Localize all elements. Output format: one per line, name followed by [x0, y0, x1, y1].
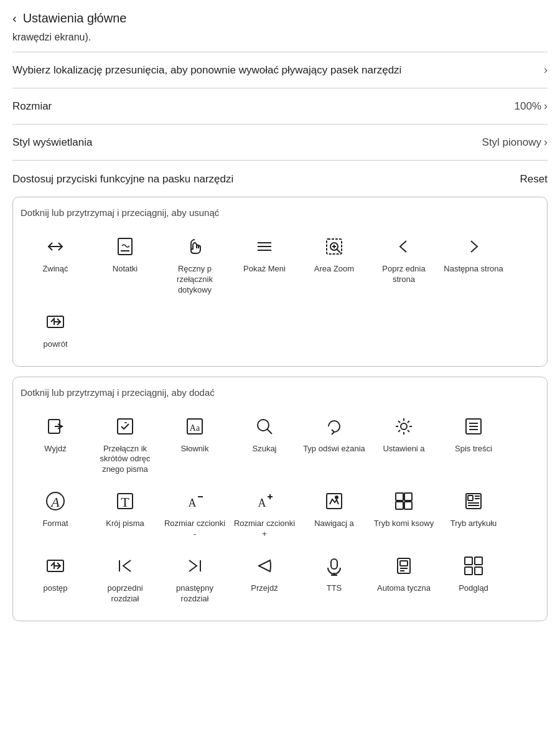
page-title: Ustawienia główne — [23, 11, 127, 26]
przejdz-icon — [251, 552, 278, 580]
spis-tresci-label: Spis treści — [455, 444, 492, 454]
przejdz-icon-item[interactable]: Przejdź — [230, 546, 299, 611]
tryb-komiksowy-icon-item[interactable]: Tryb komi ksowy — [369, 481, 439, 546]
tts-label: TTS — [327, 583, 342, 594]
postep-label: postęp — [43, 583, 67, 594]
poprzednia-icon-item[interactable]: Poprz ednia strona — [369, 227, 439, 302]
rozmiar-value: 100% › — [515, 100, 548, 113]
podglad-icon-item[interactable]: Podgląd — [439, 546, 508, 611]
typ-odswiezania-label: Typ odświ eżania — [303, 444, 365, 454]
page-header: ‹ Ustawienia główne — [0, 0, 560, 32]
zwinac-icon-item[interactable]: Zwinąć — [21, 227, 90, 302]
add-instruction: Dotknij lub przytrzymaj i przeciągnij, a… — [21, 387, 539, 398]
rozmiar-label: Rozmiar — [12, 100, 52, 113]
nastepna-label: Następna strona — [444, 264, 503, 275]
svg-point-20 — [401, 423, 407, 430]
reczny-icon-item[interactable]: Ręczny p rzełącznik dotykowy — [160, 227, 230, 302]
format-icon-item[interactable]: A Format — [21, 481, 90, 546]
pokaz-meni-label: Pokaż Meni — [243, 264, 286, 275]
typ-odswiezania-icon-item[interactable]: Typ odświ eżania — [299, 406, 369, 482]
add-toolbar-box: Dotknij lub przytrzymaj i przeciągnij, a… — [12, 377, 548, 621]
nastepny-rozdzial-icon-item[interactable]: pnastępny rozdział — [160, 546, 230, 611]
chevron-right-icon: › — [544, 63, 548, 77]
automatyczna-icon — [390, 552, 418, 580]
przelacznik-skrotow-icon-item[interactable]: Przełączn ik skrótów odręc znego pisma — [90, 406, 160, 482]
powrot-icon — [42, 308, 69, 336]
remove-toolbar-box: Dotknij lub przytrzymaj i przeciągnij, a… — [12, 197, 548, 367]
format-icon: A — [42, 487, 69, 515]
ustawienia-label: Ustawieni a — [383, 444, 424, 454]
nawigacja-label: Nawigacj a — [314, 519, 354, 529]
sub-header-text: krawędzi ekranu). — [0, 32, 560, 52]
svg-rect-37 — [404, 493, 412, 500]
svg-rect-54 — [400, 561, 408, 566]
szukaj-icon — [251, 413, 278, 440]
svg-rect-36 — [396, 493, 403, 500]
svg-rect-15 — [118, 419, 133, 434]
svg-line-19 — [267, 429, 272, 434]
rozmiar-minus-icon: A — [181, 487, 208, 515]
reset-button[interactable]: Reset — [520, 173, 548, 186]
rozmiar-plus-icon: A — [251, 487, 278, 515]
nastepna-icon-item[interactable]: Następna strona — [439, 227, 508, 302]
zwinac-icon — [42, 233, 69, 260]
customize-title: Dostosuj przyciski funkcyjne na pasku na… — [12, 173, 233, 186]
svg-rect-60 — [475, 567, 482, 575]
powrot-label: powrót — [43, 339, 67, 350]
nastepna-icon — [460, 233, 487, 260]
postep-icon-item[interactable]: postęp — [21, 546, 90, 611]
location-chevron: › — [544, 63, 548, 77]
krojpisma-icon: T — [111, 487, 139, 515]
wyjdz-label: Wyjdź — [44, 444, 66, 454]
wyjdz-icon-item[interactable]: Wyjdź — [21, 406, 90, 482]
rozmiar-plus-label: Rozmiar czcionki + — [232, 519, 297, 540]
area-zoom-label: Area Zoom — [314, 264, 354, 275]
location-row[interactable]: Wybierz lokalizację przesunięcia, aby po… — [0, 52, 560, 88]
automatyczna-icon-item[interactable]: Automa tyczna — [369, 546, 439, 611]
tts-icon — [320, 552, 348, 580]
tts-icon-item[interactable]: TTS — [299, 546, 369, 611]
slownik-icon: Aa — [181, 413, 208, 440]
podglad-icon — [460, 552, 487, 580]
styl-chevron-icon: › — [544, 136, 548, 149]
area-zoom-icon — [320, 233, 348, 260]
add-icons-grid: Wyjdź Przełączn ik skrótów odręc znego p… — [21, 406, 539, 611]
tryb-artykulu-icon — [460, 487, 487, 515]
nawigacja-icon-item[interactable]: Nawigacj a — [299, 481, 369, 546]
slownik-icon-item[interactable]: Aa Słownik — [160, 406, 230, 482]
spis-tresci-icon-item[interactable]: Spis treści — [439, 406, 508, 482]
format-label: Format — [42, 519, 68, 529]
styl-row[interactable]: Styl wyświetlania Styl pionowy › — [0, 125, 560, 160]
pokaz-meni-icon-item[interactable]: Pokaż Meni — [230, 227, 299, 302]
remove-instruction: Dotknij lub przytrzymaj i przeciągnij, a… — [21, 207, 539, 218]
location-label: Wybierz lokalizację przesunięcia, aby po… — [12, 64, 401, 77]
ustawienia-icon-item[interactable]: Ustawieni a — [369, 406, 439, 482]
krojpisma-icon-item[interactable]: T Krój pisma — [90, 481, 160, 546]
tryb-komiksowy-label: Tryb komi ksowy — [374, 519, 434, 529]
wyjdz-icon — [42, 413, 69, 440]
area-zoom-icon-item[interactable]: Area Zoom — [299, 227, 369, 302]
svg-text:A: A — [50, 494, 60, 510]
postep-icon — [42, 552, 69, 580]
tryb-artykulu-icon-item[interactable]: Tryb artykułu — [439, 481, 508, 546]
svg-rect-58 — [475, 557, 482, 565]
szukaj-icon-item[interactable]: Szukaj — [230, 406, 299, 482]
nastepny-rozdzial-label: pnastępny rozdział — [162, 583, 227, 604]
svg-rect-50 — [331, 559, 337, 569]
slownik-label: Słownik — [181, 444, 209, 454]
spis-tresci-icon — [460, 413, 487, 440]
poprzedni-rozdzial-icon-item[interactable]: poprzedni rozdział — [90, 546, 160, 611]
svg-rect-1 — [118, 238, 132, 255]
powrot-icon-item[interactable]: powrót — [21, 302, 90, 356]
krojpisma-label: Krój pisma — [106, 519, 144, 529]
svg-rect-57 — [465, 557, 472, 565]
rozmiar-row[interactable]: Rozmiar 100% › — [0, 88, 560, 124]
svg-rect-59 — [465, 567, 472, 575]
notatki-icon-item[interactable]: Notatki — [90, 227, 160, 302]
poprzednia-icon — [390, 233, 418, 260]
back-arrow-icon[interactable]: ‹ — [12, 11, 17, 26]
nawigacja-icon — [320, 487, 348, 515]
remove-icons-grid: Zwinąć Notatki — [21, 227, 539, 356]
rozmiar-minus-icon-item[interactable]: A Rozmiar czcionki - — [160, 481, 230, 546]
rozmiar-plus-icon-item[interactable]: A Rozmiar czcionki + — [230, 481, 299, 546]
